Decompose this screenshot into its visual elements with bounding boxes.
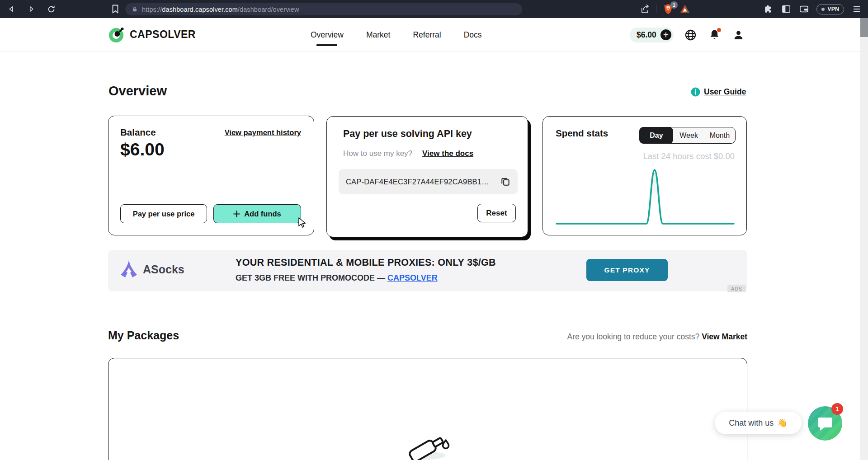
vpn-button[interactable]: VPN [816,4,844,14]
ad-headline: YOUR RESIDENTIAL & MOBILE PROXIES: ONLY … [236,257,496,268]
balance-amount: $6.00 [120,140,165,160]
user-icon [733,29,744,41]
view-market-link[interactable]: View Market [702,332,747,341]
chat-bubble-icon [817,416,833,431]
notifications-button[interactable] [708,28,722,42]
brave-shield-button[interactable]: 1 [662,3,674,15]
site-header: CAPSOLVER Overview Market Referral Docs … [0,18,860,52]
api-key-hint: How to use my key? [343,149,412,158]
user-guide-link[interactable]: User Guide [691,87,746,97]
url-bar[interactable]: https://dashboard.capsolver.com/dashboar… [125,3,522,15]
add-funds-button[interactable]: Add funds [213,204,301,223]
brand-name: CAPSOLVER [130,28,196,41]
browser-toolbar: https://dashboard.capsolver.com/dashboar… [0,0,868,18]
account-button[interactable] [732,28,745,42]
chat-with-us-button[interactable]: Chat with us 👋 [715,412,802,434]
reset-key-button[interactable]: Reset [477,204,516,222]
globe-icon [684,29,697,41]
spend-sparkline-chart [555,166,736,228]
nav-docs[interactable]: Docs [464,30,482,40]
puzzle-icon [764,5,773,14]
add-funds-quick-button[interactable] [660,29,671,40]
copy-icon[interactable] [500,177,510,187]
share-button[interactable] [640,4,650,14]
asocks-ad-banner: ASocks YOUR RESIDENTIAL & MOBILE PROXIES… [108,250,747,291]
ad-subline: GET 3GB FREE WITH PROMOCODE — CAPSOLVER [236,273,438,283]
balance-card-title: Balance [120,127,156,138]
wallet-icon [799,5,809,13]
back-icon [7,5,15,13]
empty-bottle-icon [404,429,454,460]
info-icon [691,87,700,97]
lock-icon [132,6,138,13]
nav-market[interactable]: Market [366,30,390,40]
tab-month[interactable]: Month [704,131,735,140]
vpn-label: VPN [827,6,839,12]
asocks-brand-name: ASocks [143,263,184,276]
api-key-card: Pay per use solving API key How to use m… [326,116,528,237]
reload-icon [47,5,56,14]
api-key-value: CAP-DAF4E4EC3F27A44EF92CA9BB1… [346,178,489,186]
promo-code-link[interactable]: CAPSOLVER [387,273,438,282]
spend-range-toggle: Day Week Month [640,127,736,144]
extensions-button[interactable] [764,4,774,14]
capsolver-logo-icon [108,26,125,43]
api-card-title: Pay per use solving API key [343,128,472,140]
page-title: Overview [108,84,167,99]
ads-label: ADS [727,285,746,292]
sidebar-icon [782,5,791,13]
notification-dot [717,28,721,32]
my-packages-title: My Packages [108,329,179,342]
nav-referral[interactable]: Referral [413,30,441,40]
view-docs-link[interactable]: View the docs [422,149,473,158]
chat-unread-badge: 1 [831,403,843,415]
browser-menu-button[interactable] [852,4,862,14]
ad-subline-text: GET 3GB FREE WITH PROMOCODE — [236,273,387,282]
add-funds-label: Add funds [244,210,281,218]
rewards-button[interactable] [680,4,690,14]
share-icon [640,5,650,14]
bookmark-icon [112,5,119,14]
wallet-button[interactable] [799,4,809,14]
balance-card: Balance View payment history $6.00 Pay p… [108,116,314,235]
reload-button[interactable] [46,4,56,14]
url-text: https://dashboard.capsolver.com/dashboar… [142,6,299,13]
language-button[interactable] [684,28,698,42]
chat-label: Chat with us [729,418,774,428]
plus-icon [233,211,240,217]
nav-overview[interactable]: Overview [311,30,344,40]
header-balance-pill[interactable]: $6.00 [630,28,674,42]
bat-triangle-icon [680,4,690,14]
spend-stats-card: Spend stats Day Week Month Last 24 hours… [542,116,747,235]
hamburger-icon [853,5,861,13]
page-scrollbar-track[interactable] [860,18,868,460]
asocks-logo-icon [119,259,139,282]
spend-card-title: Spend stats [556,128,608,139]
wave-emoji: 👋 [777,418,787,428]
header-balance-amount: $6.00 [637,30,656,40]
get-proxy-button[interactable]: GET PROXY [586,259,668,281]
main-nav: Overview Market Referral Docs [311,18,482,52]
api-key-field[interactable]: CAP-DAF4E4EC3F27A44EF92CA9BB1… [339,169,518,194]
bookmark-button[interactable] [110,4,120,14]
payment-history-link[interactable]: View payment history [225,128,301,137]
forward-button[interactable] [26,4,36,14]
user-guide-label: User Guide [704,87,746,97]
toolbar-divider [656,5,656,13]
forward-icon [27,5,35,13]
pay-per-use-price-button[interactable]: Pay per use price [120,204,207,223]
tab-day[interactable]: Day [639,127,673,144]
page-scrollbar-thumb[interactable] [860,18,868,37]
spend-caption: Last 24 hours cost $0.00 [643,151,735,161]
packages-hint-text: Are you looking to reduce your costs? [567,332,699,341]
packages-hint: Are you looking to reduce your costs? Vi… [567,332,747,342]
sidebar-button[interactable] [781,4,791,14]
vpn-status-dot [821,8,825,11]
shield-badge: 1 [670,1,678,9]
plus-icon [663,32,669,38]
capsolver-logo[interactable]: CAPSOLVER [108,26,196,43]
tab-week[interactable]: Week [673,131,704,140]
back-button[interactable] [6,4,16,14]
